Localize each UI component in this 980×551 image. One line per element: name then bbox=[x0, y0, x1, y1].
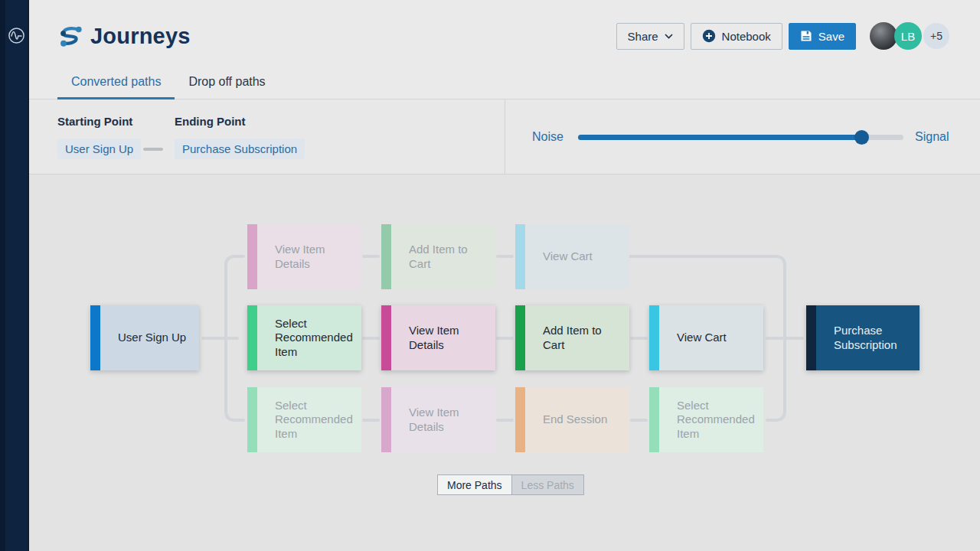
journey-node[interactable]: Select Recommended Item bbox=[649, 387, 763, 452]
node-label: Purchase Subscription bbox=[834, 324, 912, 352]
node-label: Select Recommended Item bbox=[275, 317, 354, 359]
save-button-label: Save bbox=[818, 30, 844, 43]
signal-label: Signal bbox=[915, 130, 949, 144]
journeys-logo-icon bbox=[57, 24, 83, 50]
node-label: Add Item to Cart bbox=[409, 243, 488, 271]
slider-fill bbox=[578, 135, 861, 140]
node-label: Select Recommended Item bbox=[677, 399, 756, 441]
noise-label: Noise bbox=[532, 130, 564, 144]
node-label: View Cart bbox=[677, 331, 727, 344]
tab-converted-paths[interactable]: Converted paths bbox=[57, 69, 175, 99]
filter-strip: Starting Point Ending Point User Sign Up… bbox=[29, 99, 980, 174]
node-color-bar bbox=[806, 305, 816, 370]
main-area: Journeys Share Notebook bbox=[29, 0, 980, 551]
node-color-bar bbox=[515, 224, 525, 289]
header-top-row: Journeys Share Notebook bbox=[29, 0, 980, 55]
node-color-bar bbox=[381, 224, 391, 289]
node-color-bar bbox=[247, 305, 257, 370]
less-paths-button: Less Paths bbox=[512, 474, 584, 495]
left-rail bbox=[0, 0, 29, 551]
node-color-bar bbox=[649, 305, 659, 370]
node-color-bar bbox=[515, 387, 525, 452]
node-color-bar bbox=[90, 305, 100, 370]
node-color-bar bbox=[381, 305, 391, 370]
node-label: View Item Details bbox=[275, 243, 354, 271]
journey-node[interactable]: View Item Details bbox=[247, 224, 361, 289]
share-button-label: Share bbox=[628, 30, 658, 43]
node-label: Add Item to Cart bbox=[543, 324, 622, 352]
journey-node[interactable]: User Sign Up bbox=[90, 305, 199, 370]
journey-node[interactable]: View Cart bbox=[515, 224, 629, 289]
noise-signal-slider[interactable] bbox=[578, 135, 903, 140]
save-button[interactable]: Save bbox=[789, 23, 856, 50]
page-title: Journeys bbox=[90, 24, 191, 49]
node-color-bar bbox=[515, 305, 525, 370]
ending-point-chip[interactable]: Purchase Subscription bbox=[175, 139, 305, 159]
journeys-app: Journeys Share Notebook bbox=[0, 0, 980, 551]
node-label: View Cart bbox=[543, 249, 593, 263]
avatar-stack: LB +5 bbox=[870, 22, 949, 50]
starting-point-label: Starting Point bbox=[57, 115, 132, 128]
journey-node[interactable]: Add Item to Cart bbox=[515, 305, 629, 370]
notebook-button-label: Notebook bbox=[722, 30, 771, 43]
journey-node[interactable]: View Item Details bbox=[381, 305, 495, 370]
journey-node[interactable]: Select Recommended Item bbox=[247, 305, 361, 370]
avatar-initials[interactable]: LB bbox=[894, 22, 922, 50]
tab-bar: Converted paths Drop off paths bbox=[57, 69, 980, 99]
header-actions: Share Notebook bbox=[616, 22, 949, 50]
journey-node[interactable]: Purchase Subscription bbox=[806, 305, 920, 370]
journey-node[interactable]: Select Recommended Item bbox=[247, 387, 361, 452]
vertical-divider bbox=[505, 99, 505, 174]
amplitude-wave-icon[interactable] bbox=[8, 27, 25, 44]
node-label: View Item Details bbox=[409, 406, 488, 434]
journey-canvas: View Item DetailsAdd Item to CartView Ca… bbox=[29, 174, 980, 551]
avatar-overflow-badge[interactable]: +5 bbox=[923, 23, 949, 49]
notebook-button[interactable]: Notebook bbox=[691, 23, 782, 50]
journey-node[interactable]: View Item Details bbox=[381, 387, 495, 452]
node-label: User Sign Up bbox=[118, 331, 186, 344]
share-button[interactable]: Share bbox=[616, 23, 684, 50]
node-label: Select Recommended Item bbox=[275, 399, 354, 441]
floppy-save-icon bbox=[800, 30, 812, 42]
node-color-bar bbox=[247, 224, 257, 289]
more-paths-button[interactable]: More Paths bbox=[437, 474, 512, 495]
chevron-down-icon bbox=[665, 34, 673, 39]
journey-node[interactable]: Add Item to Cart bbox=[381, 224, 495, 289]
paths-toggle: More Paths Less Paths bbox=[437, 474, 584, 495]
ending-point-label: Ending Point bbox=[175, 115, 245, 128]
node-label: End Session bbox=[543, 412, 607, 426]
journey-node[interactable]: End Session bbox=[515, 387, 629, 452]
header: Journeys Share Notebook bbox=[29, 0, 980, 99]
node-label: View Item Details bbox=[409, 324, 488, 352]
node-color-bar bbox=[247, 387, 257, 452]
journey-node[interactable]: View Cart bbox=[649, 305, 763, 370]
slider-knob[interactable] bbox=[854, 130, 869, 145]
plus-circle-icon bbox=[702, 29, 716, 43]
node-color-bar bbox=[649, 387, 659, 452]
chip-connector-dash bbox=[143, 148, 163, 151]
node-color-bar bbox=[381, 387, 391, 452]
starting-point-chip[interactable]: User Sign Up bbox=[57, 139, 141, 159]
avatar-photo[interactable] bbox=[870, 22, 897, 50]
tab-drop-off-paths[interactable]: Drop off paths bbox=[175, 69, 279, 99]
